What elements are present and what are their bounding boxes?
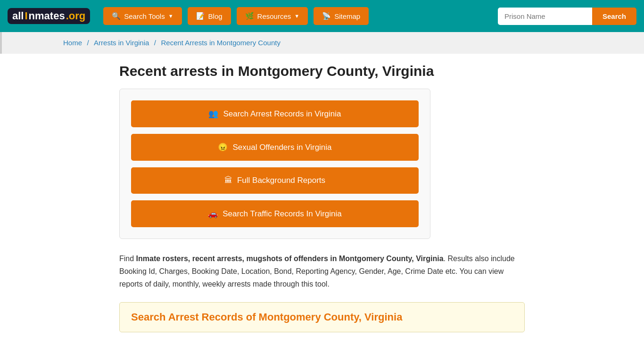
search-arrest-label: Search Arrest Records in Virginia bbox=[223, 109, 341, 119]
blog-label: Blog bbox=[208, 12, 223, 20]
resources-icon: 🌿 bbox=[245, 12, 254, 20]
navbar-search-group: Search bbox=[498, 8, 636, 25]
sitemap-icon: 📡 bbox=[322, 12, 331, 20]
people-icon: 👥 bbox=[208, 109, 218, 119]
breadcrumb-sep-1: / bbox=[87, 39, 89, 47]
background-reports-button[interactable]: 🏛 Full Background Reports bbox=[131, 167, 419, 194]
logo-org: .org bbox=[66, 10, 86, 22]
page-title: Recent arrests in Montgomery County, Vir… bbox=[119, 63, 525, 79]
car-icon: 🚗 bbox=[208, 209, 218, 219]
navbar: allInmates.org 🔍 Search Tools ▼ 📝 Blog 🌿… bbox=[0, 0, 644, 32]
description-intro: Find bbox=[119, 255, 136, 263]
search-tools-button[interactable]: 🔍 Search Tools ▼ bbox=[103, 7, 182, 25]
building-icon: 🏛 bbox=[224, 176, 232, 185]
chevron-down-icon: ▼ bbox=[168, 13, 173, 19]
traffic-records-label: Search Traffic Records In Virginia bbox=[223, 209, 342, 219]
breadcrumb-current: Recent Arrests in Montgomery County bbox=[161, 39, 280, 47]
logo-inmates-start: I bbox=[25, 10, 27, 22]
logo[interactable]: allInmates.org bbox=[8, 8, 90, 24]
sexual-offenders-label: Sexual Offenders in Virginia bbox=[232, 143, 331, 152]
search-tools-icon: 🔍 bbox=[112, 12, 121, 20]
navbar-search-button[interactable]: Search bbox=[592, 8, 636, 25]
blog-button[interactable]: 📝 Blog bbox=[188, 7, 231, 25]
sexual-offenders-button[interactable]: 😠 Sexual Offenders in Virginia bbox=[131, 134, 419, 161]
description: Find Inmate rosters, recent arrests, mug… bbox=[119, 252, 525, 291]
sitemap-button[interactable]: 📡 Sitemap bbox=[314, 7, 369, 25]
breadcrumb-home[interactable]: Home bbox=[63, 39, 82, 47]
prison-name-input[interactable] bbox=[498, 8, 592, 25]
offender-icon: 😠 bbox=[218, 142, 228, 152]
sitemap-label: Sitemap bbox=[334, 12, 360, 20]
search-arrest-records-button[interactable]: 👥 Search Arrest Records in Virginia bbox=[131, 100, 419, 127]
resources-label: Resources bbox=[257, 12, 291, 20]
blog-icon: 📝 bbox=[196, 12, 205, 20]
resources-button[interactable]: 🌿 Resources ▼ bbox=[237, 7, 308, 25]
logo-all: all bbox=[12, 10, 24, 22]
breadcrumb: Home / Arrests in Virginia / Recent Arre… bbox=[0, 32, 644, 54]
search-section-heading: Search Arrest Records of Montgomery Coun… bbox=[119, 302, 525, 332]
logo-inmates: nmates bbox=[29, 10, 65, 22]
search-section-title: Search Arrest Records of Montgomery Coun… bbox=[131, 311, 513, 323]
search-tools-label: Search Tools bbox=[124, 12, 165, 20]
resources-chevron-icon: ▼ bbox=[294, 13, 299, 19]
breadcrumb-arrests-virginia[interactable]: Arrests in Virginia bbox=[94, 39, 149, 47]
action-buttons-card: 👥 Search Arrest Records in Virginia 😠 Se… bbox=[119, 89, 430, 239]
background-reports-label: Full Background Reports bbox=[237, 176, 325, 185]
description-bold: Inmate rosters, recent arrests, mugshots… bbox=[136, 255, 444, 263]
main-content: Recent arrests in Montgomery County, Vir… bbox=[110, 54, 534, 342]
traffic-records-button[interactable]: 🚗 Search Traffic Records In Virginia bbox=[131, 200, 419, 227]
breadcrumb-sep-2: / bbox=[154, 39, 156, 47]
